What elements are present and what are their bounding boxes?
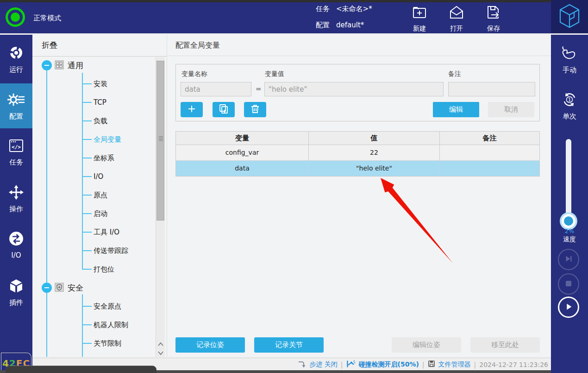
- open-button[interactable]: 打开: [443, 5, 470, 33]
- single-count-glyph: 1: [568, 97, 571, 103]
- save-button[interactable]: 保存: [480, 5, 507, 33]
- cube-icon: [8, 278, 25, 296]
- topbar-actions: 新建 打开: [406, 5, 507, 33]
- cell-note: [440, 145, 539, 161]
- file-manager-link[interactable]: 文件管理器: [438, 360, 471, 369]
- tree-item-home[interactable]: 原点: [94, 190, 107, 201]
- tree-item-pallet[interactable]: 打包位: [94, 264, 114, 275]
- variable-name-field[interactable]: [181, 82, 251, 96]
- sidebar-item-task[interactable]: </> 任务: [0, 138, 32, 167]
- tree-item-safety-home[interactable]: 安全原点: [94, 301, 121, 312]
- equals-sign: =: [256, 85, 262, 93]
- speed-slider-track[interactable]: [566, 139, 571, 226]
- tree-item-install[interactable]: 安装: [94, 78, 107, 89]
- tree-group-general[interactable]: 通用: [32, 60, 153, 71]
- sidebar-item-io[interactable]: I/O: [0, 231, 32, 259]
- table-row-selected[interactable]: data "helo elite": [176, 161, 539, 176]
- edit-pose-button[interactable]: 编辑位姿: [392, 337, 461, 353]
- sidebar-item-operate[interactable]: 操作: [0, 184, 32, 214]
- step-forward-button[interactable]: [558, 249, 579, 270]
- edit-button[interactable]: 编辑: [433, 102, 479, 117]
- cell-note: [440, 161, 539, 176]
- play-button[interactable]: [558, 297, 579, 318]
- tree-group-safety[interactable]: 安全: [32, 282, 153, 293]
- tree-connector: [46, 70, 47, 283]
- tree-item-payload[interactable]: 负载: [94, 115, 107, 126]
- single-run-button[interactable]: 1 单次: [551, 91, 588, 121]
- manual-mode-button[interactable]: 手动: [551, 46, 588, 75]
- status-indicator-icon: [6, 7, 25, 27]
- task-value: <未命名>*: [336, 5, 372, 13]
- new-button-label: 新建: [413, 25, 426, 33]
- sidebar-item-config[interactable]: 配置: [0, 83, 32, 128]
- task-row: 任务 <未命名>*: [316, 5, 372, 13]
- single-label: 单次: [563, 112, 576, 121]
- tree-item-conveyor[interactable]: 传送带跟踪: [94, 245, 128, 256]
- scroll-up-button[interactable]: [156, 341, 165, 348]
- tree-item-tcp[interactable]: TCP: [94, 97, 106, 108]
- tree-item-joint-limits[interactable]: 关节限制: [94, 338, 121, 349]
- gear-icon: [7, 91, 25, 110]
- config-row: 配置 default*: [316, 21, 364, 30]
- record-pose-button[interactable]: 记录位姿: [175, 337, 245, 353]
- move-here-button[interactable]: 移至此处: [470, 337, 540, 353]
- tree-item-robot-limits[interactable]: 机器人限制: [94, 319, 128, 330]
- add-variable-button[interactable]: [181, 102, 203, 117]
- grid-icon: [55, 60, 64, 71]
- robot-config-app: 正常模式 任务 <未命名>* 配置 default* 新建: [0, 0, 588, 373]
- io-circle-icon: [8, 231, 25, 249]
- sidebar-item-plugin[interactable]: 插件: [0, 278, 32, 307]
- collapse-toggle-icon[interactable]: [42, 283, 52, 293]
- collapse-toggle-icon[interactable]: [42, 60, 52, 70]
- tree-item-global-variables[interactable]: 全局变量: [94, 134, 121, 145]
- sidebar-item-run[interactable]: 运行: [0, 46, 32, 74]
- tree-item-startup[interactable]: 启动: [94, 208, 107, 219]
- tree-item-coordinates[interactable]: 坐标系: [94, 152, 114, 164]
- tree-connector: [82, 294, 83, 357]
- tree-scrollbar[interactable]: [156, 57, 165, 357]
- trash-icon: [250, 104, 260, 115]
- variable-form: 变量名称 变量值 备注 =: [175, 64, 540, 121]
- sidebar-item-label: 任务: [9, 158, 23, 167]
- note-label: 备注: [448, 70, 461, 78]
- top-bar: 正常模式 任务 <未命名>* 配置 default* 新建: [0, 0, 588, 33]
- tree-item-tool-io[interactable]: 工具 I/O: [94, 227, 119, 238]
- delete-variable-button[interactable]: [244, 102, 266, 117]
- right-sidebar: 手动 1 单次 2% 速度: [551, 35, 588, 373]
- stop-button[interactable]: [558, 273, 579, 295]
- note-field[interactable]: [448, 82, 535, 96]
- sidebar-item-label: 操作: [9, 205, 23, 214]
- speed-slider-knob[interactable]: [562, 214, 575, 228]
- stop-icon: [564, 279, 573, 290]
- duplicate-variable-button[interactable]: [213, 102, 235, 117]
- collision-status[interactable]: 碰撞检测开启(50%): [359, 360, 419, 369]
- variable-value-field[interactable]: [264, 82, 444, 96]
- record-joint-button[interactable]: 记录关节: [254, 337, 324, 353]
- manual-label: 手动: [563, 66, 576, 75]
- tree-item-io[interactable]: I/O: [94, 171, 103, 182]
- scrollbar-thumb[interactable]: [156, 61, 164, 221]
- new-button[interactable]: 新建: [406, 5, 433, 33]
- separator: |: [341, 361, 343, 368]
- step-mode-status[interactable]: 步进 关闭: [309, 360, 337, 369]
- mode-label: 正常模式: [33, 14, 61, 23]
- cell-variable-name: data: [176, 161, 309, 176]
- cancel-button[interactable]: 取消: [488, 102, 534, 117]
- page-title: 配置全局变量: [175, 41, 220, 51]
- cell-value: 22: [309, 145, 440, 161]
- value-label: 变量值: [265, 70, 284, 78]
- open-file-icon: [448, 5, 465, 23]
- sidebar-item-label: 插件: [9, 298, 23, 307]
- new-file-icon: [411, 5, 428, 23]
- col-header-variable: 变量: [176, 132, 309, 145]
- table-header-row: 变量 值 备注: [176, 132, 539, 145]
- config-tree-panel: 折叠 通用 安装 TCP 负载 全局变量 坐标系 I/O 原点 启动 工具 I/…: [32, 35, 167, 357]
- separator: |: [474, 361, 476, 368]
- move-arrows-icon: [8, 184, 25, 202]
- collapse-label[interactable]: 折叠: [42, 40, 57, 51]
- scroll-down-button[interactable]: [156, 349, 165, 356]
- config-label: 配置: [316, 21, 330, 30]
- speed-label: 速度: [551, 235, 588, 244]
- table-row[interactable]: config_var 22: [176, 145, 539, 161]
- tree-group-label: 安全: [68, 283, 83, 293]
